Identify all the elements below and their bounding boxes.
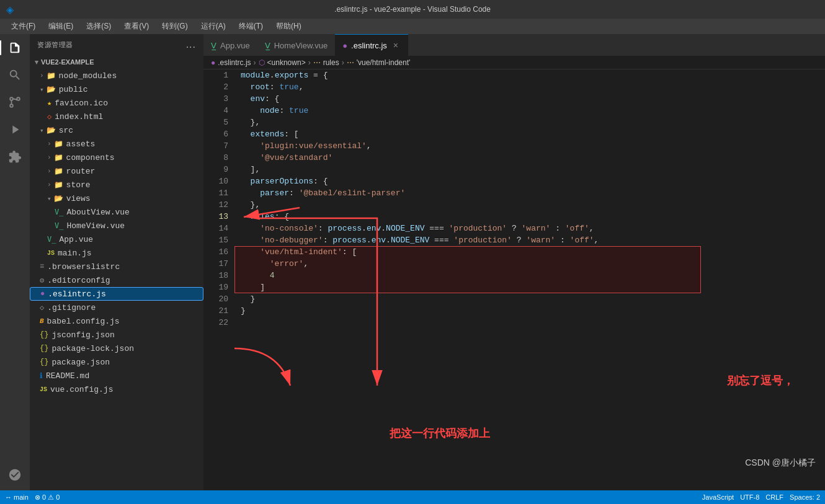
menu-goto[interactable]: 转到(G) <box>157 20 192 33</box>
tree-root[interactable]: ▾ VUE2-EXAMPLE <box>30 55 203 69</box>
bottom-eol: CRLF <box>765 493 783 501</box>
sidebar-item-readme[interactable]: ℹ README.md <box>30 369 203 382</box>
breadcrumb-indent[interactable]: 'vue/html-indent' <box>357 58 411 67</box>
tab-app-vue[interactable]: V̲ App.vue <box>203 34 257 56</box>
sidebar-item-label: main.js <box>58 249 92 258</box>
svg-point-0 <box>10 104 13 107</box>
activity-explorer[interactable] <box>4 37 25 58</box>
sidebar-item-jsconfig[interactable]: {} jsconfig.json <box>30 328 203 342</box>
chevron-down-icon: ▾ <box>47 195 51 203</box>
sidebar-item-node-modules[interactable]: › 📁 node_modules <box>30 69 203 82</box>
menu-run[interactable]: 运行(A) <box>196 20 231 33</box>
menu-help[interactable]: 帮助(H) <box>271 20 306 33</box>
sidebar-item-label: public <box>59 85 88 94</box>
window-title: .eslintrc.js - vue2-example - Visual Stu… <box>334 5 491 14</box>
sidebar-item-app-vue[interactable]: V̲ App.vue <box>30 232 203 246</box>
sidebar-item-favicon[interactable]: ★ favicon.ico <box>30 96 203 110</box>
bottom-encoding: UTF-8 <box>740 493 759 501</box>
sidebar-item-gitignore[interactable]: ◇ .gitignore <box>30 301 203 314</box>
menu-view[interactable]: 查看(V) <box>119 20 154 33</box>
folder-open-icon: 📂 <box>47 126 56 135</box>
sidebar-item-main-js[interactable]: JS main.js <box>30 246 203 260</box>
sidebar-item-babel-config[interactable]: B babel.config.js <box>30 314 203 328</box>
tab-label: App.vue <box>220 41 250 50</box>
code-line-5: }, <box>241 117 825 128</box>
svg-point-1 <box>17 97 20 100</box>
sidebar-item-index-html[interactable]: ◇ index.html <box>30 110 203 123</box>
breadcrumb-file[interactable]: .eslintrc.js <box>218 58 251 67</box>
sidebar-title: 资源管理器 <box>37 40 73 50</box>
tab-eslintrc-js[interactable]: ● .eslintrc.js × <box>335 34 408 56</box>
folder-icon: 📁 <box>54 139 63 149</box>
tab-vue-icon: V̲ <box>265 41 270 50</box>
sidebar-item-assets[interactable]: › 📁 assets <box>30 137 203 151</box>
line-num-6: 6 <box>203 128 228 140</box>
code-line-10: parserOptions: { <box>241 175 825 187</box>
chevron-right-icon: › <box>47 181 51 188</box>
code-editor[interactable]: 1 2 3 4 5 6 7 8 9 10 11 12 13 14 15 16 1… <box>203 69 825 490</box>
sidebar-item-label: favicon.ico <box>55 99 108 108</box>
html-icon: ◇ <box>47 112 51 122</box>
menu-file[interactable]: 文件(F) <box>6 20 40 33</box>
sidebar-item-package-lock[interactable]: {} package-lock.json <box>30 342 203 355</box>
sidebar-item-components[interactable]: › 📁 components <box>30 151 203 164</box>
sidebar-item-package-json[interactable]: {} package.json <box>30 355 203 369</box>
menu-edit[interactable]: 编辑(E) <box>43 20 78 33</box>
activity-search[interactable] <box>4 64 25 86</box>
sidebar-item-public[interactable]: ▾ 📂 public <box>30 82 203 96</box>
sidebar: 资源管理器 ... ▾ VUE2-EXAMPLE › 📁 node_module… <box>30 34 203 490</box>
sidebar-item-label: store <box>66 180 91 190</box>
sidebar-item-vue-config[interactable]: JS vue.config.js <box>30 382 203 396</box>
bottom-errors: ⊗ 0 ⚠ 0 <box>35 493 60 502</box>
line-num-14: 14 <box>203 223 228 234</box>
tab-eslint-icon: ● <box>342 41 347 50</box>
sidebar-item-homeview[interactable]: V̲ HomeView.vue <box>30 219 203 232</box>
line-num-7: 7 <box>203 140 228 152</box>
code-line-13: rules: { <box>241 211 825 223</box>
bottom-lang: JavaScript <box>702 493 734 501</box>
code-line-14: 'no-console': process.env.NODE_ENV === '… <box>241 223 825 234</box>
bottom-spaces: Spaces: 2 <box>790 493 820 501</box>
menu-select[interactable]: 选择(S) <box>81 20 116 33</box>
sidebar-item-label: package.json <box>51 358 110 367</box>
activity-run[interactable] <box>4 119 25 140</box>
sidebar-more[interactable]: ... <box>186 39 196 50</box>
activity-remote[interactable] <box>4 464 25 485</box>
code-line-4: node: true <box>241 105 825 117</box>
text-icon: ≡ <box>40 262 44 271</box>
sidebar-item-store[interactable]: › 📁 store <box>30 178 203 192</box>
sidebar-item-label: vue.config.js <box>50 385 113 394</box>
sidebar-item-browserslistrc[interactable]: ≡ .browserslistrc <box>30 260 203 273</box>
sidebar-item-router[interactable]: › 📁 router <box>30 164 203 178</box>
sidebar-item-views[interactable]: ▾ 📂 views <box>30 192 203 205</box>
line-num-1: 1 <box>203 69 228 81</box>
sidebar-item-editorconfig[interactable]: ⚙ .editorconfig <box>30 273 203 287</box>
chevron-down-icon: ▾ <box>40 126 44 135</box>
activity-git[interactable] <box>4 92 25 113</box>
chevron-down-icon: ▾ <box>35 58 38 66</box>
line-num-8: 8 <box>203 152 228 164</box>
eslint-icon: ● <box>40 290 45 298</box>
chevron-down-icon: ▾ <box>40 86 44 94</box>
breadcrumb-unknown[interactable]: <unknown> <box>267 58 306 67</box>
line-num-5: 5 <box>203 117 228 128</box>
menu-terminal[interactable]: 终端(T) <box>234 20 268 33</box>
sidebar-item-label: .gitignore <box>47 303 96 312</box>
title-bar: ◈ .eslintrc.js - vue2-example - Visual S… <box>0 0 825 19</box>
sidebar-item-label: assets <box>66 139 96 149</box>
breadcrumb-rules[interactable]: rules <box>323 58 339 67</box>
code-line-19: ] <box>241 281 825 293</box>
line-num-19: 19 <box>203 281 228 293</box>
code-line-20: } <box>241 293 825 305</box>
sidebar-item-src[interactable]: ▾ 📂 src <box>30 123 203 137</box>
tab-close-button[interactable]: × <box>391 40 401 50</box>
activity-extensions[interactable] <box>4 146 25 167</box>
code-line-22 <box>241 317 825 329</box>
sidebar-item-aboutview[interactable]: V̲ AboutView.vue <box>30 205 203 219</box>
code-line-16: 'vue/html-indent': [ <box>241 246 825 258</box>
line-num-2: 2 <box>203 81 228 93</box>
sidebar-item-label: README.md <box>46 371 89 381</box>
sidebar-item-eslintrc[interactable]: ● .eslintrc.js <box>30 287 203 301</box>
sidebar-content: ▾ VUE2-EXAMPLE › 📁 node_modules ▾ 📂 publ… <box>30 55 203 490</box>
tab-homeview-vue[interactable]: V̲ HomeView.vue <box>257 34 335 56</box>
